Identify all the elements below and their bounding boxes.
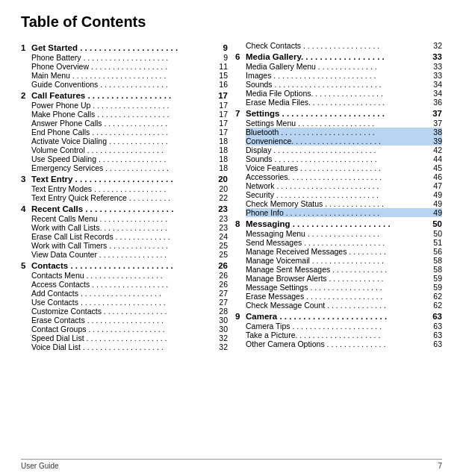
- toc-item: Manage Voicemail . . . . . . . . . . . .…: [235, 256, 442, 265]
- toc-item: Make Phone Calls . . . . . . . . . . . .…: [21, 110, 228, 119]
- toc-item-page: 38: [429, 128, 442, 137]
- left-column: 1Get Started . . . . . . . . . . . . . .…: [21, 41, 235, 351]
- toc-item-page: 58: [429, 265, 442, 274]
- toc-item-page: 63: [429, 331, 442, 339]
- toc-item: End Phone Calls . . . . . . . . . . . . …: [21, 128, 228, 137]
- toc-item: Add Contacts . . . . . . . . . . . . . .…: [21, 289, 228, 298]
- toc-item-label: End Phone Calls . . . . . . . . . . . . …: [31, 128, 214, 137]
- footer-right: 7: [438, 462, 442, 470]
- toc-item: Use Speed Dialing . . . . . . . . . . . …: [21, 154, 228, 163]
- toc-item: Messaging Menu . . . . . . . . . . . . .…: [235, 229, 442, 238]
- toc-item: Other Camera Options . . . . . . . . . .…: [235, 339, 442, 348]
- toc-section-label: Settings . . . . . . . . . . . . . . . .…: [246, 109, 429, 118]
- page-title: Table of Contents: [21, 13, 442, 31]
- toc-item: Check Memory Status . . . . . . . . . . …: [235, 199, 442, 208]
- toc-item-page: 27: [214, 289, 228, 298]
- toc-section: 5Contacts . . . . . . . . . . . . . . . …: [21, 261, 228, 270]
- toc-item-page: 58: [429, 256, 442, 265]
- toc-item: Use Contacts . . . . . . . . . . . . . .…: [21, 298, 228, 307]
- toc-section-label: Call Features . . . . . . . . . . . . . …: [31, 91, 214, 100]
- toc-item-page: 32: [429, 41, 442, 50]
- toc-item-page: 34: [429, 80, 442, 89]
- toc-section-num: 8: [235, 219, 246, 228]
- toc-item: Manage Browser Alerts . . . . . . . . . …: [235, 274, 442, 283]
- toc-item-page: 37: [429, 119, 442, 128]
- toc-item: Phone Overview . . . . . . . . . . . . .…: [21, 62, 228, 71]
- toc-item-page: 30: [214, 325, 228, 333]
- toc-item-page: 25: [214, 241, 228, 250]
- toc-item-label: Activate Voice Dialing . . . . . . . . .…: [31, 137, 214, 145]
- toc-item-page: 26: [214, 271, 228, 280]
- toc-item: Settings Menu . . . . . . . . . . . . . …: [235, 119, 442, 128]
- toc-item-page: 56: [429, 247, 442, 256]
- toc-section-label: Camera . . . . . . . . . . . . . . . . .…: [246, 312, 429, 321]
- toc-item-label: Emergency Services . . . . . . . . . . .…: [31, 163, 214, 172]
- toc-item-label: Network . . . . . . . . . . . . . . . . …: [246, 181, 429, 190]
- toc-item-page: 33: [429, 71, 442, 80]
- toc-item-label: Erase Messages . . . . . . . . . . . . .…: [246, 292, 429, 301]
- toc-item-page: 17: [214, 128, 228, 137]
- toc-item-label: Use Speed Dialing . . . . . . . . . . . …: [31, 154, 214, 163]
- toc-item-label: Voice Dial List . . . . . . . . . . . . …: [31, 342, 214, 351]
- toc-item-label: Media Gallery Menu . . . . . . . . . . .…: [246, 62, 429, 71]
- toc-item: Recent Calls Menu . . . . . . . . . . . …: [21, 214, 228, 223]
- toc-item: Speed Dial List . . . . . . . . . . . . …: [21, 333, 228, 342]
- toc-item-page: 15: [214, 71, 228, 80]
- toc-section: 1Get Started . . . . . . . . . . . . . .…: [21, 43, 228, 52]
- toc-item-label: Access Contacts . . . . . . . . . . . . …: [31, 280, 214, 289]
- toc-item-label: View Data Counter . . . . . . . . . . . …: [31, 250, 214, 259]
- toc-item: Take a Picture. . . . . . . . . . . . . …: [235, 331, 442, 339]
- toc-section-num: 1: [21, 43, 31, 52]
- footer-left: User Guide: [21, 462, 59, 470]
- toc-item: Sounds . . . . . . . . . . . . . . . . .…: [235, 154, 442, 163]
- toc-item-label: Erase Call List Records . . . . . . . . …: [31, 232, 214, 241]
- toc-item-page: 51: [429, 238, 442, 247]
- toc-section-page: 20: [214, 175, 228, 184]
- right-column: Check Contacts . . . . . . . . . . . . .…: [235, 41, 442, 351]
- toc-item-page: 25: [214, 250, 228, 259]
- toc-item-page: 39: [429, 137, 442, 145]
- toc-item: Power Phone Up . . . . . . . . . . . . .…: [21, 101, 228, 110]
- toc-item-label: Work with Call Timers . . . . . . . . . …: [31, 241, 214, 250]
- toc-section: 2Call Features . . . . . . . . . . . . .…: [21, 91, 228, 100]
- toc-item-page: 17: [214, 110, 228, 119]
- toc-item-label: Check Message Count . . . . . . . . . . …: [246, 301, 429, 310]
- toc-section-page: 63: [429, 312, 442, 321]
- toc-section-label: Contacts . . . . . . . . . . . . . . . .…: [31, 261, 214, 270]
- toc-item-label: Manage Browser Alerts . . . . . . . . . …: [246, 274, 429, 283]
- toc-item: Erase Contacts . . . . . . . . . . . . .…: [21, 316, 228, 325]
- toc-item-label: Contact Groups . . . . . . . . . . . . .…: [31, 325, 214, 333]
- toc-item-label: Manage Received Messages . . . . . . . .…: [246, 247, 429, 256]
- toc-item-label: Phone Overview . . . . . . . . . . . . .…: [31, 62, 214, 71]
- toc-item-label: Erase Media Files. . . . . . . . . . . .…: [246, 98, 429, 107]
- toc-item-page: 42: [429, 145, 442, 154]
- toc-item: Customize Contacts . . . . . . . . . . .…: [21, 307, 228, 316]
- toc-section-num: 4: [21, 204, 31, 213]
- toc-item-page: 32: [214, 342, 228, 351]
- toc-item: Contact Groups . . . . . . . . . . . . .…: [21, 325, 228, 333]
- toc-item-page: 28: [214, 307, 228, 316]
- toc-section: 8Messaging . . . . . . . . . . . . . . .…: [235, 219, 442, 228]
- toc-item: Display . . . . . . . . . . . . . . . . …: [235, 145, 442, 154]
- toc-item-page: 23: [214, 214, 228, 223]
- toc-item-page: 18: [214, 145, 228, 154]
- toc-item-page: 34: [429, 89, 442, 98]
- toc-section-label: Recent Calls . . . . . . . . . . . . . .…: [31, 204, 214, 213]
- toc-item-label: Power Phone Up . . . . . . . . . . . . .…: [31, 101, 214, 110]
- toc-section: 7Settings . . . . . . . . . . . . . . . …: [235, 109, 442, 118]
- toc-item-page: 62: [429, 301, 442, 310]
- toc-item-page: 30: [214, 316, 228, 325]
- toc-item-page: 27: [214, 298, 228, 307]
- toc-item: Camera Tips . . . . . . . . . . . . . . …: [235, 322, 442, 331]
- toc-item-label: Erase Contacts . . . . . . . . . . . . .…: [31, 316, 214, 325]
- toc-section-page: 9: [214, 43, 228, 52]
- toc-item-label: Manage Sent Messages . . . . . . . . . .…: [246, 265, 429, 274]
- toc-item-label: Text Entry Quick Reference . . . . . . .…: [31, 193, 214, 202]
- toc-item: Guide Conventions . . . . . . . . . . . …: [21, 80, 228, 89]
- toc-item-label: Accessories. . . . . . . . . . . . . . .…: [246, 172, 429, 181]
- toc-item: Work with Call Timers . . . . . . . . . …: [21, 241, 228, 250]
- toc-item-label: Main Menu . . . . . . . . . . . . . . . …: [31, 71, 214, 80]
- toc-item-label: Answer Phone Calls . . . . . . . . . . .…: [31, 119, 214, 128]
- toc-item-label: Messaging Menu . . . . . . . . . . . . .…: [246, 229, 429, 238]
- toc-columns: 1Get Started . . . . . . . . . . . . . .…: [21, 41, 442, 351]
